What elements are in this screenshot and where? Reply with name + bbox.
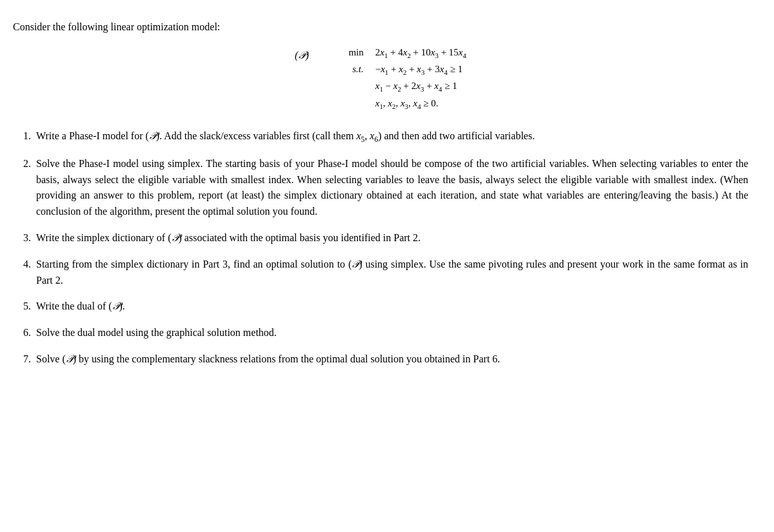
questions-list: 1. Write a Phase-I model for (𝒫). Add th… [13, 128, 748, 368]
question-5-number: 5. [13, 299, 31, 314]
question-6-text: Solve the dual model using the graphical… [36, 325, 748, 341]
question-3: 3. Write the simplex dictionary of (𝒫) a… [13, 230, 748, 246]
question-1: 1. Write a Phase-I model for (𝒫). Add th… [13, 128, 748, 146]
question-4-text: Starting from the simplex dictionary in … [36, 257, 748, 289]
objective-expr: 2x1 + 4x2 + 10x3 + 15x4 [375, 45, 466, 61]
constraint1-row: s.t. −x1 + x2 + x3 + 3x4 ≥ 1 [335, 62, 466, 77]
question-5-text: Write the dual of (𝒫). [36, 299, 748, 315]
intro-text: Consider the following linear optimizati… [13, 19, 748, 35]
model-label: (𝒫) [295, 45, 335, 63]
question-1-text: Write a Phase-I model for (𝒫). Add the s… [36, 128, 748, 146]
question-3-text: Write the simplex dictionary of (𝒫) asso… [36, 230, 748, 246]
question-7-number: 7. [13, 351, 31, 367]
nonnegativity-expr: x1, x2, x3, x4 ≥ 0. [375, 96, 439, 112]
question-7-text: Solve (𝒫) by using the complementary sla… [36, 351, 748, 368]
optimization-model: (𝒫) min 2x1 + 4x2 + 10x3 + 15x4 s.t. −x1… [13, 45, 748, 113]
question-6: 6. Solve the dual model using the graphi… [13, 325, 748, 341]
constraint1-expr: −x1 + x2 + x3 + 3x4 ≥ 1 [375, 62, 462, 77]
nonnegativity-row: x1, x2, x3, x4 ≥ 0. [335, 96, 466, 112]
objective-row: min 2x1 + 4x2 + 10x3 + 15x4 [335, 45, 466, 61]
question-4: 4. Starting from the simplex dictionary … [13, 257, 748, 289]
model-content: min 2x1 + 4x2 + 10x3 + 15x4 s.t. −x1 + x… [335, 45, 466, 113]
question-7: 7. Solve (𝒫) by using the complementary … [13, 351, 748, 368]
question-1-number: 1. [13, 128, 31, 144]
constraint2-expr: x1 − x2 + 2x3 + x4 ≥ 1 [375, 79, 457, 94]
question-6-number: 6. [13, 325, 31, 340]
question-2: 2. Solve the Phase-I model using simplex… [13, 156, 748, 220]
question-2-number: 2. [13, 156, 31, 172]
question-4-number: 4. [13, 257, 31, 272]
question-5: 5. Write the dual of (𝒫). [13, 299, 748, 315]
constraint2-row: x1 − x2 + 2x3 + x4 ≥ 1 [335, 79, 466, 94]
objective-keyword: min [335, 45, 364, 60]
question-3-number: 3. [13, 230, 31, 246]
question-2-text: Solve the Phase-I model using simplex. T… [36, 156, 748, 220]
st-keyword: s.t. [335, 62, 364, 77]
